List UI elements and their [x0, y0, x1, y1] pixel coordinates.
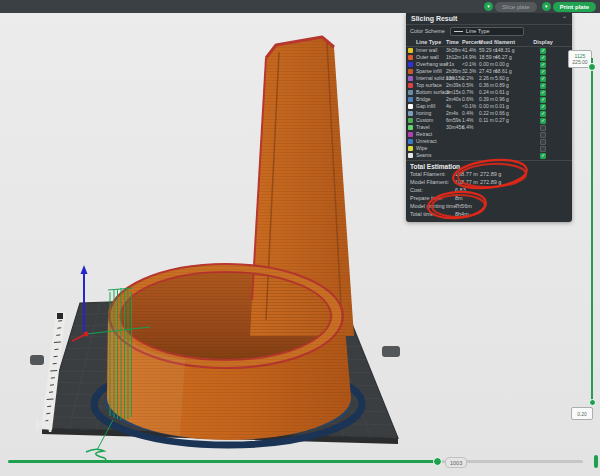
display-checkbox[interactable]: ✓ — [540, 62, 546, 68]
layer-slider-top-handle[interactable] — [588, 63, 596, 71]
line-type-color-chip — [408, 146, 413, 151]
percent-value: 0.7% — [462, 90, 479, 95]
layer-slider-track[interactable] — [591, 58, 593, 404]
estimation-label: Model Filament: — [410, 180, 455, 186]
sliced-model — [94, 37, 362, 445]
line-type-label: Overhang wall — [416, 62, 446, 67]
display-checkbox[interactable]: ✓ — [540, 76, 546, 82]
line-type-row: Travel30m45s6.4% — [406, 124, 572, 131]
line-type-row: Ironing2m4s0.4%0.22 m0.66 g✓ — [406, 110, 572, 117]
color-scheme-value: Line Type — [466, 28, 490, 34]
line-type-label: Bridge — [416, 97, 446, 102]
line-type-color-chip — [408, 139, 413, 144]
percent-value: 0.4% — [462, 111, 479, 116]
display-checkbox[interactable]: ✓ — [540, 111, 546, 117]
line-type-label: Inner wall — [416, 48, 446, 53]
line-type-color-chip — [408, 48, 413, 53]
display-checkbox[interactable]: ✓ — [540, 55, 546, 61]
display-checkbox[interactable]: ✓ — [540, 48, 546, 54]
percent-value: <0.1% — [462, 104, 479, 109]
display-checkbox[interactable]: ✓ — [540, 153, 546, 159]
time-value: 6m59s — [446, 118, 462, 123]
display-checkbox[interactable]: ✓ — [540, 97, 546, 103]
line-type-color-chip — [408, 125, 413, 130]
line-type-row: Inner wall3h28m41.4%59.29 m148.31 g✓ — [406, 47, 572, 54]
estimation-label: Model printing time: — [410, 204, 455, 210]
line-type-color-chip — [408, 104, 413, 109]
time-value: 30m45s — [446, 125, 462, 130]
estimation-value-1: 8h4m — [455, 212, 480, 218]
display-checkbox[interactable]: ✓ — [540, 83, 546, 89]
table-column-headers: Line Type Time Percent Used filament Dis… — [406, 37, 572, 47]
display-checkbox[interactable]: ✓ — [540, 69, 546, 75]
line-type-label: Wipe — [416, 146, 446, 151]
estimation-value-1: 6.83 — [455, 188, 480, 194]
line-type-row: Custom6m59s1.4%0.11 m0.27 g✓ — [406, 117, 572, 124]
used-filament-m: 0.36 m — [479, 83, 495, 88]
display-checkbox[interactable] — [540, 132, 546, 138]
line-type-label: Bottom surface — [416, 90, 446, 95]
collapse-chevron-icon[interactable]: ⌃ — [562, 16, 567, 22]
display-checkbox[interactable] — [540, 125, 546, 131]
estimation-label: Prepare time: — [410, 196, 455, 202]
used-filament-m: 2.26 m — [479, 76, 495, 81]
estimation-label: Total Filament: — [410, 172, 455, 178]
line-type-color-chip — [408, 97, 413, 102]
print-plate-button[interactable]: Print plate — [553, 2, 596, 12]
used-filament-m: 27.43 m — [479, 69, 495, 74]
line-type-row: Wipe — [406, 145, 572, 152]
line-type-color-chip — [408, 69, 413, 74]
display-checkbox[interactable] — [540, 146, 546, 152]
percent-value: 32.3% — [462, 69, 479, 74]
display-checkbox[interactable]: ✓ — [540, 118, 546, 124]
line-type-color-chip — [408, 153, 413, 158]
slice-options-dropdown-icon[interactable]: ▾ — [484, 2, 493, 11]
line-type-color-chip — [408, 55, 413, 60]
estimation-value-1: 108.77 m — [455, 172, 480, 178]
time-value: <1s — [446, 62, 462, 67]
line-type-row: Gap infill4s<0.1%0.00 m0.01 g✓ — [406, 103, 572, 110]
line-type-table-body: Inner wall3h28m41.4%59.29 m148.31 g✓Oute… — [406, 47, 572, 159]
used-filament-g: 0.01 g — [495, 104, 516, 109]
line-type-row: Bottom surface3m15s0.7%0.24 m0.61 g✓ — [406, 89, 572, 96]
line-type-row: Outer wall1h12m14.9%18.59 m46.27 g✓ — [406, 54, 572, 61]
print-options-dropdown-icon[interactable]: ▾ — [542, 2, 551, 11]
line-type-label: Unretract — [416, 139, 446, 144]
line-type-label: Top surface — [416, 83, 446, 88]
line-type-row: Unretract — [406, 138, 572, 145]
layer-slider-bottom-handle[interactable] — [589, 399, 596, 406]
total-estimation-row: Prepare time:8m — [406, 195, 572, 203]
line-type-select[interactable]: Line Type — [450, 27, 524, 36]
time-value: 11m15s — [446, 76, 462, 81]
percent-value: 0.5% — [462, 83, 479, 88]
used-filament-m: 18.59 m — [479, 55, 495, 60]
move-slider-handle[interactable] — [433, 457, 442, 466]
col-percent: Percent — [462, 39, 479, 45]
used-filament-g: 0.89 g — [495, 83, 516, 88]
estimation-value-1: 7h56m — [455, 204, 480, 210]
time-value: 2m40s — [446, 97, 462, 102]
used-filament-g: 0.61 g — [495, 90, 516, 95]
panel-header: Slicing Result ⌃ — [406, 13, 572, 25]
line-type-color-chip — [408, 83, 413, 88]
display-checkbox[interactable] — [540, 139, 546, 145]
used-filament-g: 5.60 g — [495, 76, 516, 81]
line-glyph-icon — [454, 31, 463, 32]
line-type-row: Overhang wall<1s<0.1%0.00 m0.00 g✓ — [406, 61, 572, 68]
display-checkbox[interactable]: ✓ — [540, 90, 546, 96]
used-filament-m: 0.11 m — [479, 118, 495, 123]
move-slider-end-marker — [594, 455, 598, 468]
total-estimation-row: Cost:6.83 — [406, 187, 572, 195]
time-value: 1h12m — [446, 55, 462, 60]
used-filament-m: 0.00 m — [479, 104, 495, 109]
percent-value: 1.4% — [462, 118, 479, 123]
used-filament-m: 59.29 m — [479, 48, 495, 53]
display-checkbox[interactable]: ✓ — [540, 104, 546, 110]
col-used-filament: Used filament — [479, 39, 516, 45]
time-value: 3h28m — [446, 48, 462, 53]
estimation-value-2: 272.89 g — [480, 180, 568, 186]
plate-calibration-mark — [57, 313, 63, 319]
slice-plate-button[interactable]: Slice plate — [495, 2, 537, 12]
time-value: 4s — [446, 104, 462, 109]
plate-tab-right — [382, 346, 400, 357]
